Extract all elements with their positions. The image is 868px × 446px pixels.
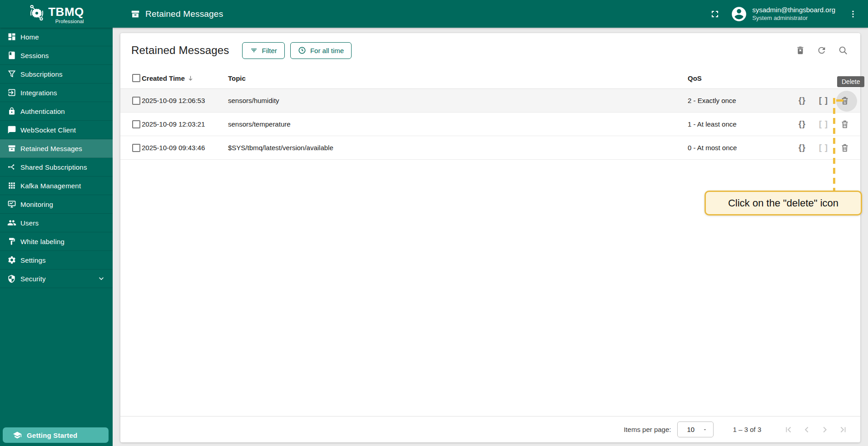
delete-row-button[interactable] [835, 114, 855, 134]
sidebar-item-integrations[interactable]: Integrations [0, 83, 113, 102]
delete-row-button[interactable] [835, 138, 855, 158]
cell-topic: $SYS/tbmq/latest/version/available [228, 144, 688, 152]
sidebar-item-home[interactable]: Home [0, 28, 113, 46]
sidebar-item-white-labeling[interactable]: White labeling [0, 232, 113, 251]
dashboard-icon [7, 32, 16, 42]
select-all-checkbox[interactable] [132, 74, 140, 82]
items-per-page-select[interactable]: 10 [677, 421, 714, 437]
brand-name: TBMQ [48, 6, 84, 18]
cell-created-time: 2025-10-09 09:43:46 [142, 144, 228, 152]
last-page-icon [838, 425, 848, 435]
row-checkbox[interactable] [132, 144, 140, 152]
top-app-bar: TBMQ Professional Retained Messages sysa… [0, 0, 868, 28]
annotation-callout: Click on the "delete" icon [704, 191, 862, 216]
avatar[interactable] [730, 5, 748, 23]
split-icon [7, 162, 16, 172]
table-row[interactable]: 2025-10-09 12:03:21 sensors/temperature … [120, 113, 860, 136]
sidebar-item-sessions[interactable]: Sessions [0, 46, 113, 65]
delete-all-button[interactable] [791, 41, 809, 59]
sort-descending-icon [187, 75, 194, 82]
sidebar-item-settings[interactable]: Settings [0, 251, 113, 270]
sidebar-item-subscriptions[interactable]: Subscriptions [0, 65, 113, 83]
user-menu[interactable]: sysadmin@thingsboard.org System administ… [752, 6, 835, 22]
delete-all-icon [795, 45, 805, 55]
paginator: Items per page: 10 1 – 3 of 3 [120, 416, 860, 442]
refresh-button[interactable] [813, 41, 831, 59]
row-checkbox[interactable] [132, 97, 140, 105]
sidebar-item-retained-messages[interactable]: Retained Messages [0, 139, 113, 158]
table-row[interactable]: 2025-10-09 09:43:46 $SYS/tbmq/latest/ver… [120, 136, 860, 160]
more-menu-button[interactable] [847, 5, 859, 23]
sidebar: Home Sessions Subscriptions Integrations… [0, 28, 113, 446]
delete-icon [840, 119, 850, 129]
graduation-cap-icon [13, 431, 22, 440]
chevron-right-icon [820, 425, 830, 435]
user-role: System administrator [752, 15, 835, 22]
delete-tooltip: Delete [837, 76, 864, 87]
shield-icon [7, 274, 16, 284]
apps-grid-icon [7, 181, 16, 191]
delete-icon [840, 143, 850, 153]
cell-qos: 2 - Exactly once [688, 97, 792, 104]
time-range-button[interactable]: For all time [290, 42, 352, 59]
table-body: 2025-10-09 12:06:53 sensors/humidity 2 -… [120, 89, 860, 416]
fullscreen-icon [709, 9, 720, 20]
getting-started-button[interactable]: Getting Started [3, 427, 109, 443]
caret-down-icon [702, 427, 708, 432]
refresh-icon [817, 45, 827, 55]
filter-lines-icon [250, 46, 258, 54]
chevron-left-icon [802, 425, 812, 435]
book-icon [7, 51, 16, 60]
cell-topic: sensors/temperature [228, 120, 688, 128]
cell-qos: 1 - At least once [688, 120, 792, 128]
sidebar-item-users[interactable]: Users [0, 214, 113, 232]
clock-icon [298, 46, 306, 54]
column-topic[interactable]: Topic [228, 74, 688, 82]
payload-json-button[interactable]: {} [792, 114, 812, 134]
next-page-button[interactable] [816, 421, 834, 439]
sidebar-item-shared-subscriptions[interactable]: Shared Subscriptions [0, 158, 113, 176]
gear-icon [7, 255, 16, 265]
cell-qos: 0 - At most once [688, 144, 792, 152]
brand-subtitle: Professional [55, 19, 84, 24]
chevron-down-icon [97, 274, 106, 283]
sidebar-item-security[interactable]: Security [0, 270, 113, 288]
chat-icon [7, 125, 16, 135]
sidebar-item-websocket-client[interactable]: WebSocket Client [0, 121, 113, 139]
payload-properties-button[interactable]: [ ] [813, 114, 833, 134]
table-row[interactable]: 2025-10-09 12:06:53 sensors/humidity 2 -… [120, 89, 860, 113]
cell-created-time: 2025-10-09 12:03:21 [142, 120, 228, 128]
page-range-label: 1 – 3 of 3 [733, 426, 761, 433]
cell-topic: sensors/humidity [228, 97, 688, 104]
search-icon [838, 45, 848, 55]
last-page-button[interactable] [834, 421, 852, 439]
annotation-dash-horizontal [836, 99, 843, 102]
previous-page-button[interactable] [798, 421, 816, 439]
column-qos[interactable]: QoS [688, 74, 792, 82]
page-header-title: Retained Messages [130, 9, 223, 19]
row-checkbox[interactable] [132, 120, 140, 128]
kebab-icon [848, 10, 858, 19]
fullscreen-button[interactable] [706, 5, 724, 23]
filter-button[interactable]: Filter [242, 42, 285, 59]
items-per-page-label: Items per page: [624, 426, 671, 433]
lock-icon [7, 107, 16, 116]
retained-messages-card: Retained Messages Filter For all time [120, 33, 860, 442]
first-page-icon [784, 425, 794, 435]
column-created-time[interactable]: Created Time [142, 74, 228, 82]
user-email: sysadmin@thingsboard.org [752, 6, 835, 15]
sidebar-item-kafka-management[interactable]: Kafka Management [0, 176, 113, 195]
first-page-button[interactable] [779, 421, 798, 439]
payload-json-button[interactable]: {} [792, 91, 812, 111]
payload-json-button[interactable]: {} [792, 138, 812, 158]
cell-created-time: 2025-10-09 12:06:53 [142, 97, 228, 104]
monitor-icon [7, 200, 16, 209]
sidebar-item-monitoring[interactable]: Monitoring [0, 195, 113, 214]
payload-properties-button[interactable]: [ ] [813, 91, 833, 111]
tbmq-logo[interactable]: TBMQ Professional [29, 4, 84, 24]
archive-icon [7, 144, 16, 153]
account-circle-icon [730, 5, 748, 23]
search-button[interactable] [834, 41, 852, 59]
payload-properties-button[interactable]: [ ] [813, 138, 833, 158]
sidebar-item-authentication[interactable]: Authentication [0, 102, 113, 121]
